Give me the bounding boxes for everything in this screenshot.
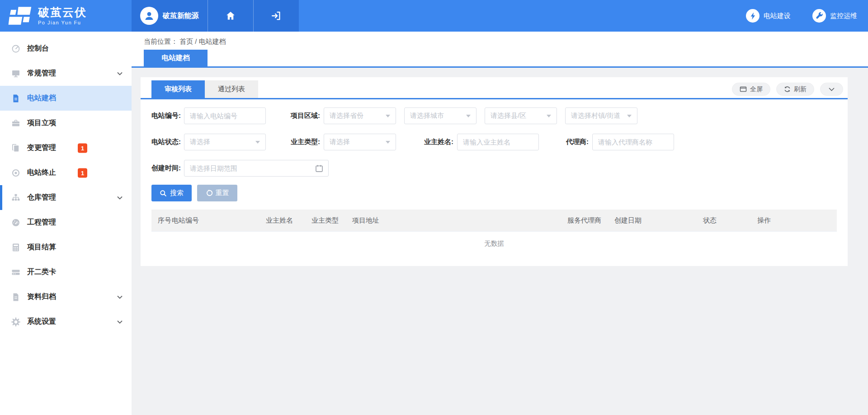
county-select[interactable]: 请选择县/区: [485, 107, 557, 124]
sidebar-item-general-mgmt[interactable]: 常规管理: [0, 61, 132, 86]
station-status-select[interactable]: 请选择: [184, 134, 266, 150]
tab-review-list[interactable]: 审核列表: [151, 80, 205, 98]
breadcrumb: 当前位置： 首页 / 电站建档: [132, 32, 868, 46]
create-time-label: 创建时间:: [151, 164, 184, 173]
owner-type-select[interactable]: 请选择: [324, 134, 396, 150]
top-header: 破茧云伏 Po Jian Yun Fu 破茧新能源: [0, 0, 868, 32]
fullscreen-button[interactable]: 全屏: [732, 83, 770, 96]
sidebar-item-engineering-mgmt[interactable]: 工程管理: [0, 210, 132, 235]
city-select[interactable]: 请选择城市: [404, 107, 476, 124]
sidebar-item-change-mgmt[interactable]: 变更管理 1: [0, 135, 132, 160]
sidebar-item-station-termination[interactable]: 电站终止 1: [0, 160, 132, 185]
user-menu[interactable]: 破茧新能源: [132, 0, 208, 32]
search-label: 搜索: [170, 189, 184, 197]
refresh-label: 刷新: [794, 85, 807, 93]
caret-down-icon: [466, 115, 471, 117]
sidebar-item-label: 电站终止: [27, 168, 56, 177]
breadcrumb-separator: /: [195, 37, 198, 45]
sidebar-item-station-filing[interactable]: 电站建档: [0, 86, 132, 111]
tab-passed-list[interactable]: 通过列表: [205, 80, 258, 98]
search-icon: [160, 190, 167, 197]
panel-toolbar: 全屏 刷新: [732, 83, 843, 96]
search-button[interactable]: 搜索: [151, 185, 192, 201]
brand-logo: 破茧云伏 Po Jian Yun Fu: [0, 0, 132, 32]
col-actions: 操作: [757, 216, 837, 225]
chevron-down-icon: [117, 72, 123, 75]
station-status-placeholder: 请选择: [190, 138, 210, 146]
sidebar-item-label: 项目立项: [27, 118, 56, 128]
date-range-picker[interactable]: [184, 160, 329, 177]
agent-input[interactable]: [592, 134, 674, 150]
page-tab-row: 电站建档: [132, 50, 868, 66]
home-button[interactable]: [208, 0, 254, 32]
file-icon: [11, 293, 20, 302]
sidebar-item-warehouse-mgmt[interactable]: 仓库管理: [0, 185, 132, 210]
notification-badge: 1: [78, 143, 87, 153]
logout-icon: [271, 10, 282, 21]
logout-button[interactable]: [254, 0, 299, 32]
owner-name-input[interactable]: [457, 134, 539, 150]
filter-row-1: 电站编号: 项目区域: 请选择省份 请选择城市 请选择县/区: [151, 107, 837, 124]
filter-form: 电站编号: 项目区域: 请选择省份 请选择城市 请选择县/区: [141, 99, 848, 201]
collapse-toggle-button[interactable]: [820, 83, 843, 96]
col-service-agent: 服务代理商: [567, 216, 614, 225]
sidebar-item-label: 变更管理: [27, 143, 56, 153]
sidebar-item-label: 工程管理: [27, 218, 56, 227]
sidebar-item-label: 电站建档: [27, 93, 56, 103]
sidebar-item-project-settlement[interactable]: 项目结算: [0, 235, 132, 260]
date-range-input[interactable]: [184, 160, 329, 177]
pages-icon: [11, 144, 20, 153]
gauge-icon: [11, 218, 20, 227]
caret-down-icon: [627, 115, 632, 117]
main-content: 当前位置： 首页 / 电站建档 电站建档 审核列表 通过列表: [132, 32, 868, 415]
nav-station-construction[interactable]: 电站建设: [746, 9, 791, 23]
sidebar-item-system-settings[interactable]: 系统设置: [0, 309, 132, 334]
calendar-icon: [315, 164, 323, 173]
owner-name-label: 业主姓名:: [396, 138, 457, 146]
refresh-button[interactable]: 刷新: [776, 83, 814, 96]
empty-placeholder: 无数据: [151, 232, 837, 266]
sidebar-item-label: 资料归档: [27, 292, 56, 302]
logo-icon: [8, 6, 33, 26]
sidebar-item-label: 系统设置: [27, 317, 56, 326]
agent-label: 代理商:: [539, 138, 592, 146]
header-right-nav: 电站建设 监控运维: [299, 0, 868, 32]
col-status: 状态: [703, 216, 757, 225]
content-panel: 审核列表 通过列表 全屏: [141, 77, 848, 266]
col-seq: 序号: [151, 216, 172, 225]
province-placeholder: 请选择省份: [330, 112, 363, 120]
logo-title: 破茧云伏: [38, 6, 87, 19]
filter-actions: 搜索 重置: [151, 185, 837, 201]
station-no-label: 电站编号:: [151, 112, 184, 120]
breadcrumb-current: 电站建档: [199, 37, 226, 45]
results-table: 序号 电站编号 业主姓名 业主类型 项目地址 服务代理商 创建日期 状态 操作 …: [151, 210, 837, 266]
station-no-input[interactable]: [184, 107, 266, 124]
col-project-address: 项目地址: [352, 216, 567, 225]
sidebar-item-console[interactable]: 控制台: [0, 36, 132, 61]
filter-row-3: 创建时间:: [151, 160, 837, 177]
sidebar: 控制台 常规管理: [0, 32, 132, 415]
chevron-down-icon: [117, 196, 123, 200]
header-middle: 破茧新能源: [132, 0, 299, 32]
col-station-no: 电站编号: [172, 216, 266, 225]
province-select[interactable]: 请选择省份: [324, 107, 396, 124]
owner-type-placeholder: 请选择: [330, 138, 350, 146]
app-root: 破茧云伏 Po Jian Yun Fu 破茧新能源: [0, 0, 868, 415]
calculator-icon: [11, 243, 20, 252]
chevron-down-icon: [117, 295, 123, 299]
avatar: [140, 7, 158, 25]
sidebar-item-open-class2-card[interactable]: 开二类卡: [0, 260, 132, 284]
reset-button[interactable]: 重置: [197, 185, 237, 201]
home-icon: [225, 10, 236, 21]
town-select[interactable]: 请选择村镇/街道: [565, 107, 637, 124]
page-tab-station-filing[interactable]: 电站建档: [144, 50, 208, 66]
nav-monitoring-ops[interactable]: 监控运维: [812, 9, 857, 23]
logo-subtitle: Po Jian Yun Fu: [38, 20, 87, 25]
monitor-icon: [11, 69, 20, 78]
breadcrumb-home-link[interactable]: 首页: [179, 37, 193, 45]
sidebar-item-project-initiation[interactable]: 项目立项: [0, 111, 132, 135]
document-icon: [11, 94, 20, 103]
sidebar-item-data-archive[interactable]: 资料归档: [0, 284, 132, 309]
layout: 控制台 常规管理: [0, 32, 868, 415]
col-owner-name: 业主姓名: [266, 216, 311, 225]
